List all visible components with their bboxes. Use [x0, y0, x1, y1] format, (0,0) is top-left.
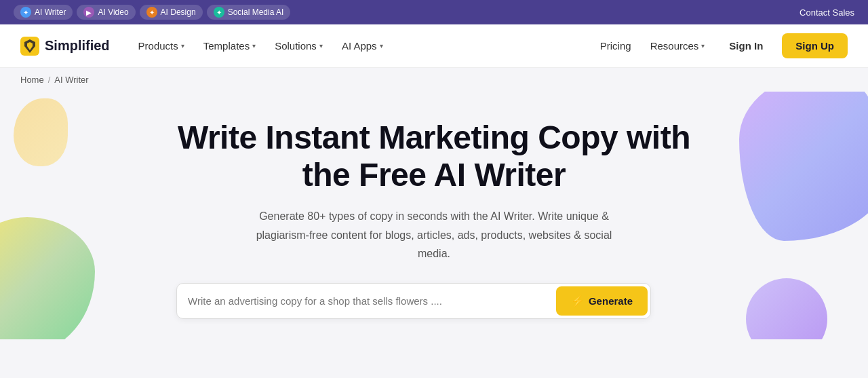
breadcrumb-separator: / — [48, 75, 51, 85]
logo[interactable]: Simplified — [20, 37, 110, 56]
logo-text: Simplified — [45, 38, 110, 54]
generate-icon: ⚡ — [571, 295, 585, 307]
decorative-blob-left-top — [14, 98, 68, 166]
hero-section: Write Instant Marketing Copy with the Fr… — [0, 92, 868, 339]
top-bar-pill-ai-video[interactable]: ▶ AI Video — [77, 5, 135, 20]
nav-ai-apps-label: AI Apps — [342, 40, 377, 52]
ai-design-icon: ✦ — [146, 7, 157, 18]
chevron-down-icon: ▾ — [181, 42, 184, 50]
sign-in-button[interactable]: Sign In — [718, 35, 774, 57]
top-bar-pill-social-media[interactable]: ✦ Social Media AI — [207, 5, 291, 20]
nav-resources-label: Resources — [650, 40, 699, 52]
top-bar: ✦ AI Writer ▶ AI Video ✦ AI Design ✦ Soc… — [0, 0, 868, 24]
decorative-blob-left — [0, 217, 95, 339]
nav-item-templates[interactable]: Templates ▾ — [195, 36, 264, 56]
decorative-blob-right-top — [739, 92, 868, 241]
nav-item-pricing[interactable]: Pricing — [595, 36, 637, 56]
top-bar-pill-ai-writer[interactable]: ✦ AI Writer — [14, 5, 73, 20]
chevron-down-icon: ▾ — [701, 42, 705, 50]
hero-title: Write Instant Marketing Copy with the Fr… — [176, 119, 692, 193]
nav-item-solutions[interactable]: Solutions ▾ — [267, 36, 331, 56]
contact-sales-link[interactable]: Contact Sales — [800, 7, 854, 18]
nav-right: Pricing Resources ▾ Sign In Sign Up — [595, 33, 848, 58]
breadcrumb-home[interactable]: Home — [20, 75, 44, 85]
social-media-label: Social Media AI — [228, 7, 284, 17]
hero-content: Write Instant Marketing Copy with the Fr… — [176, 119, 692, 319]
top-bar-pill-ai-design[interactable]: ✦ AI Design — [140, 5, 203, 20]
ai-video-label: AI Video — [98, 7, 128, 17]
nav-links: Products ▾ Templates ▾ Solutions ▾ AI Ap… — [130, 36, 595, 56]
chevron-down-icon: ▾ — [319, 42, 323, 50]
top-bar-left: ✦ AI Writer ▶ AI Video ✦ AI Design ✦ Soc… — [14, 5, 290, 20]
generate-button[interactable]: ⚡ Generate — [556, 286, 648, 316]
nav-products-label: Products — [138, 40, 178, 52]
nav-item-products[interactable]: Products ▾ — [130, 36, 193, 56]
nav-templates-label: Templates — [203, 40, 250, 52]
nav-item-ai-apps[interactable]: AI Apps ▾ — [334, 36, 391, 56]
social-media-icon: ✦ — [214, 7, 224, 18]
logo-icon — [20, 37, 39, 56]
sign-up-button[interactable]: Sign Up — [782, 33, 848, 58]
hero-search-input[interactable] — [188, 288, 556, 314]
breadcrumb: Home / AI Writer — [0, 68, 868, 92]
chevron-down-icon: ▾ — [252, 42, 256, 50]
hero-subtitle: Generate 80+ types of copy in seconds wi… — [244, 207, 624, 263]
breadcrumb-current[interactable]: AI Writer — [54, 75, 88, 85]
nav-item-resources[interactable]: Resources ▾ — [645, 36, 711, 56]
ai-writer-label: AI Writer — [35, 7, 66, 17]
hero-input-container: ⚡ Generate — [176, 283, 651, 319]
ai-video-icon: ▶ — [83, 7, 94, 18]
generate-label: Generate — [589, 295, 633, 307]
ai-design-label: AI Design — [161, 7, 196, 17]
ai-writer-icon: ✦ — [20, 7, 31, 18]
navbar: Simplified Products ▾ Templates ▾ Soluti… — [0, 24, 868, 68]
chevron-down-icon: ▾ — [380, 42, 383, 50]
nav-solutions-label: Solutions — [275, 40, 317, 52]
decorative-blob-right-bottom — [746, 278, 827, 339]
